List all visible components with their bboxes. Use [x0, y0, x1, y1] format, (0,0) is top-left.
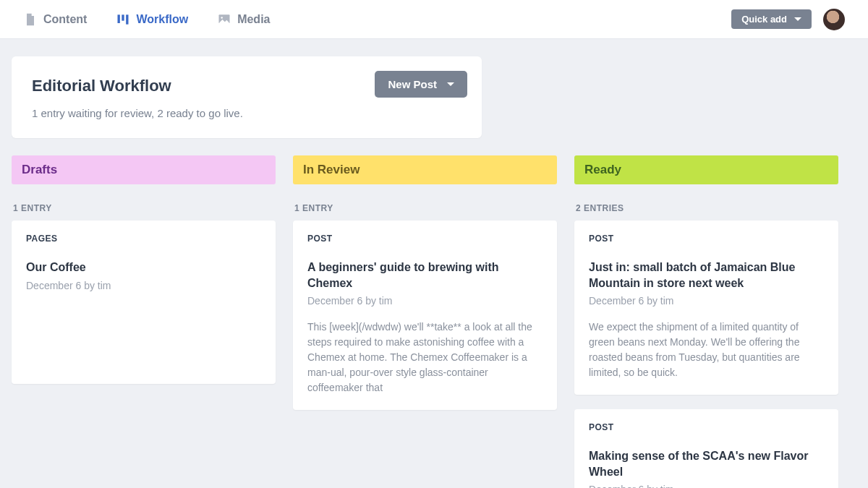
card-title: Just in: small batch of Jamaican Blue Mo…: [589, 260, 824, 291]
card-meta: December 6 by tim: [26, 280, 261, 291]
card-excerpt: This [week](/wdwdw) we'll **take** a loo…: [307, 320, 542, 395]
svg-rect-1: [122, 14, 124, 20]
nav-content-label: Content: [43, 13, 87, 26]
card-drafts-0[interactable]: PAGES Our Coffee December 6 by tim: [12, 221, 276, 384]
column-header-drafts: Drafts: [12, 155, 276, 184]
nav-workflow-label: Workflow: [136, 13, 188, 26]
top-nav: Content Workflow Media Quick add: [0, 0, 868, 39]
nav-media[interactable]: Media: [217, 12, 270, 27]
card-title: A beginners' guide to brewing with Cheme…: [307, 260, 542, 291]
columns-icon: [116, 12, 130, 27]
new-post-label: New Post: [388, 78, 437, 90]
column-header-ready: Ready: [574, 155, 838, 184]
card-excerpt: We expect the shipment of a limited quan…: [589, 320, 824, 380]
card-meta: December 6 by tim: [589, 484, 824, 488]
card-kind: PAGES: [26, 234, 261, 244]
column-header-review: In Review: [293, 155, 557, 184]
quick-add-label: Quick add: [741, 14, 787, 25]
quick-add-button[interactable]: Quick add: [731, 9, 812, 29]
card-ready-0[interactable]: POST Just in: small batch of Jamaican Bl…: [574, 221, 838, 395]
card-kind: POST: [589, 422, 824, 432]
card-title: Making sense of the SCAA's new Flavor Wh…: [589, 448, 824, 479]
image-icon: [217, 12, 231, 27]
svg-rect-0: [118, 14, 120, 23]
nav-media-label: Media: [237, 13, 270, 26]
workflow-board: Drafts 1 ENTRY PAGES Our Coffee December…: [0, 155, 868, 488]
entry-count-ready: 2 ENTRIES: [576, 203, 838, 213]
nav-workflow[interactable]: Workflow: [116, 12, 188, 27]
nav-content[interactable]: Content: [23, 12, 87, 27]
card-meta: December 6 by tim: [307, 295, 542, 307]
column-review: In Review 1 ENTRY POST A beginners' guid…: [293, 155, 557, 488]
svg-rect-2: [127, 14, 129, 24]
card-kind: POST: [307, 234, 542, 244]
card-kind: POST: [589, 234, 824, 244]
card-meta: December 6 by tim: [589, 295, 824, 307]
chevron-down-icon: [447, 82, 454, 86]
entry-count-review: 1 ENTRY: [294, 203, 557, 213]
svg-point-4: [221, 17, 224, 19]
card-title: Our Coffee: [26, 260, 261, 275]
card-review-0[interactable]: POST A beginners' guide to brewing with …: [293, 221, 557, 410]
card-ready-1[interactable]: POST Making sense of the SCAA's new Flav…: [574, 409, 838, 488]
document-icon: [23, 12, 38, 27]
entry-count-drafts: 1 ENTRY: [13, 203, 276, 213]
page-subtitle: 1 entry waiting for review, 2 ready to g…: [32, 107, 461, 119]
new-post-button[interactable]: New Post: [375, 71, 467, 98]
chevron-down-icon: [794, 17, 801, 21]
column-ready: Ready 2 ENTRIES POST Just in: small batc…: [574, 155, 838, 488]
avatar[interactable]: [823, 9, 845, 30]
workflow-header-card: Editorial Workflow 1 entry waiting for r…: [12, 56, 482, 138]
column-drafts: Drafts 1 ENTRY PAGES Our Coffee December…: [12, 155, 276, 488]
